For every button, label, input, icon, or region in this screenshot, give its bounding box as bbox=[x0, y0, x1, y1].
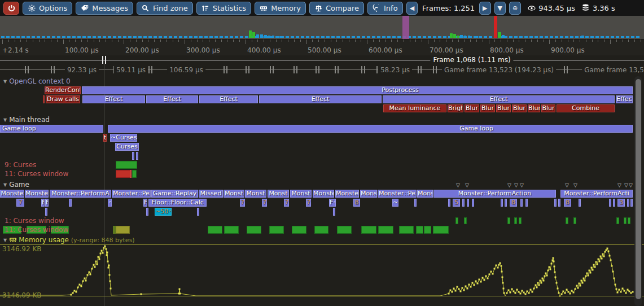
zone-bar[interactable] bbox=[627, 199, 629, 207]
zone-bar[interactable]: Monst bbox=[224, 190, 244, 198]
frame-set-dropdown-button[interactable]: ▼ bbox=[494, 2, 506, 15]
lock-bar[interactable] bbox=[566, 217, 568, 224]
next-frame-button[interactable]: ▶ bbox=[479, 2, 490, 15]
collapse-triangle-icon[interactable]: ▼ bbox=[3, 182, 7, 187]
time-axis[interactable]: +2.14 s100.00 µs200.00 µs300.00 µs400.00… bbox=[0, 40, 644, 55]
zone-bar[interactable]: 7 bbox=[240, 199, 245, 207]
zone-bar[interactable]: Mean luminance bbox=[383, 104, 446, 112]
message-marker-icon[interactable]: ▽ bbox=[520, 183, 524, 188]
collapse-triangle-icon[interactable]: ▼ bbox=[3, 117, 7, 123]
zone-bar[interactable]: Game loop bbox=[108, 125, 633, 133]
zone-bar[interactable]: Mons bbox=[417, 190, 433, 198]
zone-bar[interactable] bbox=[197, 208, 199, 216]
collapse-triangle-icon[interactable]: ▼ bbox=[3, 79, 7, 84]
zone-bar[interactable]: Monst bbox=[290, 190, 312, 198]
lock-bar[interactable] bbox=[507, 217, 510, 224]
frame-ruler[interactable]: Frame 1,068 (1.11 ms) bbox=[0, 55, 644, 64]
zone-bar[interactable]: Monst bbox=[245, 190, 266, 198]
message-marker-icon[interactable]: ▽ bbox=[624, 183, 628, 188]
goto-frame-button[interactable]: ⊕ bbox=[509, 2, 521, 15]
section-header-game[interactable]: ▼Game bbox=[3, 181, 29, 189]
zone-bar[interactable] bbox=[554, 199, 557, 207]
zone-bar[interactable] bbox=[462, 199, 465, 207]
lock-label[interactable]: 1: Curses window bbox=[5, 217, 64, 225]
zone-bar[interactable]: ~Curses bbox=[110, 134, 137, 142]
section-header-main-thread[interactable]: ▼Main thread bbox=[3, 116, 50, 124]
zone-bar[interactable]: Draw calls bbox=[46, 95, 80, 103]
zone-bar[interactable]: Brigh bbox=[448, 104, 463, 112]
message-marker-icon[interactable]: ▽ bbox=[465, 183, 469, 188]
lock-bar[interactable] bbox=[314, 226, 328, 234]
find-zone-button[interactable]: Find zone bbox=[137, 2, 193, 15]
zone-bar[interactable]: Blur bbox=[496, 104, 511, 112]
zone-bar[interactable]: Effect bbox=[146, 95, 198, 103]
zone-bar[interactable] bbox=[146, 208, 148, 216]
lock-bar[interactable] bbox=[116, 170, 130, 178]
zone-bar[interactable]: Monste bbox=[0, 190, 24, 198]
zone-bar[interactable]: Game::Replay bbox=[151, 190, 198, 198]
lock-bar[interactable] bbox=[116, 226, 130, 234]
lock-bar[interactable] bbox=[616, 217, 619, 224]
zone-bar[interactable]: ~50~ bbox=[155, 208, 172, 216]
lock-bar[interactable] bbox=[292, 226, 306, 234]
zone-bar[interactable]: Monster::PerformA bbox=[50, 190, 111, 198]
message-marker-icon[interactable]: ▽ bbox=[456, 183, 460, 188]
zone-bar[interactable]: Monste bbox=[313, 190, 334, 198]
lock-bar[interactable] bbox=[208, 226, 222, 234]
zone-bar[interactable]: 7 bbox=[16, 199, 24, 207]
zone-bar[interactable]: Monster::PerformActi bbox=[560, 190, 633, 198]
zone-bar[interactable] bbox=[69, 199, 72, 207]
zone-bar[interactable] bbox=[609, 199, 611, 207]
zone-bar[interactable]: 8 bbox=[510, 199, 517, 207]
options-button[interactable]: Options bbox=[23, 2, 72, 15]
lock-bar[interactable] bbox=[514, 217, 517, 224]
zone-bar[interactable]: 8 bbox=[564, 199, 571, 207]
zone-bar[interactable] bbox=[558, 199, 560, 207]
zone-bar[interactable]: Blur bbox=[528, 104, 540, 112]
lock-bar[interactable] bbox=[628, 217, 630, 224]
zone-bar[interactable] bbox=[43, 95, 45, 103]
zone-bar[interactable]: Effect bbox=[199, 95, 258, 103]
lock-bar[interactable] bbox=[337, 226, 352, 234]
zone-bar[interactable] bbox=[467, 199, 469, 207]
lock-bar[interactable] bbox=[378, 226, 393, 234]
zone-bar[interactable]: Monster::PerformAction bbox=[433, 190, 556, 198]
zone-bar[interactable]: Blur bbox=[512, 104, 527, 112]
zone-bar[interactable]: Monste bbox=[25, 190, 49, 198]
zone-bar[interactable]: 7 bbox=[262, 199, 267, 207]
zone-bar[interactable]: F bbox=[45, 199, 49, 207]
zone-bar[interactable]: Effect bbox=[259, 95, 382, 103]
subframe-ruler[interactable]: 92.33 µs59.11 µs106.59 µs58.23 µsGame fr… bbox=[0, 64, 644, 76]
zone-bar[interactable]: Missed bbox=[199, 190, 223, 198]
message-marker-icon[interactable]: ▽ bbox=[565, 183, 569, 188]
zone-bar[interactable] bbox=[525, 199, 528, 207]
zone-bar[interactable]: Monst bbox=[268, 190, 289, 198]
zone-bar[interactable]: Combine bbox=[557, 104, 615, 112]
lock-bar[interactable] bbox=[361, 226, 376, 234]
zone-bar[interactable] bbox=[132, 152, 134, 160]
zone-bar[interactable]: RenderCont bbox=[45, 86, 81, 94]
zone-bar[interactable]: Effect bbox=[383, 95, 615, 103]
vertical-scrollbar[interactable] bbox=[634, 76, 642, 306]
compare-button[interactable]: Compare bbox=[309, 2, 364, 15]
zone-bar[interactable] bbox=[505, 199, 507, 207]
zone-bar[interactable]: Game loop bbox=[0, 125, 103, 133]
lock-label[interactable]: 11: Curses window bbox=[5, 170, 68, 178]
lock-bar[interactable] bbox=[132, 170, 137, 178]
zone-bar[interactable]: Mons bbox=[360, 190, 377, 198]
zone-bar[interactable]: 3 bbox=[617, 199, 625, 207]
section-header-opengl[interactable]: ▼OpenGL context 0 bbox=[3, 77, 71, 85]
lock-bar[interactable] bbox=[416, 226, 423, 234]
zone-bar[interactable] bbox=[333, 208, 335, 216]
zone-bar[interactable]: 5 bbox=[453, 199, 460, 207]
zone-bar[interactable]: Effec bbox=[616, 95, 633, 103]
lock-label[interactable]: 11: Curses window bbox=[5, 226, 68, 234]
lock-label[interactable]: 9: Curses bbox=[5, 161, 36, 169]
lock-bar[interactable] bbox=[519, 217, 522, 224]
zone-bar[interactable] bbox=[579, 199, 581, 207]
zone-bar[interactable]: Monster::Pe bbox=[378, 190, 417, 198]
zone-bar[interactable]: Monster::Pe bbox=[112, 190, 151, 198]
zone-bar[interactable]: Postprocess bbox=[82, 86, 633, 94]
lock-bar[interactable] bbox=[424, 226, 431, 234]
zone-bar[interactable]: 8 bbox=[353, 199, 360, 207]
